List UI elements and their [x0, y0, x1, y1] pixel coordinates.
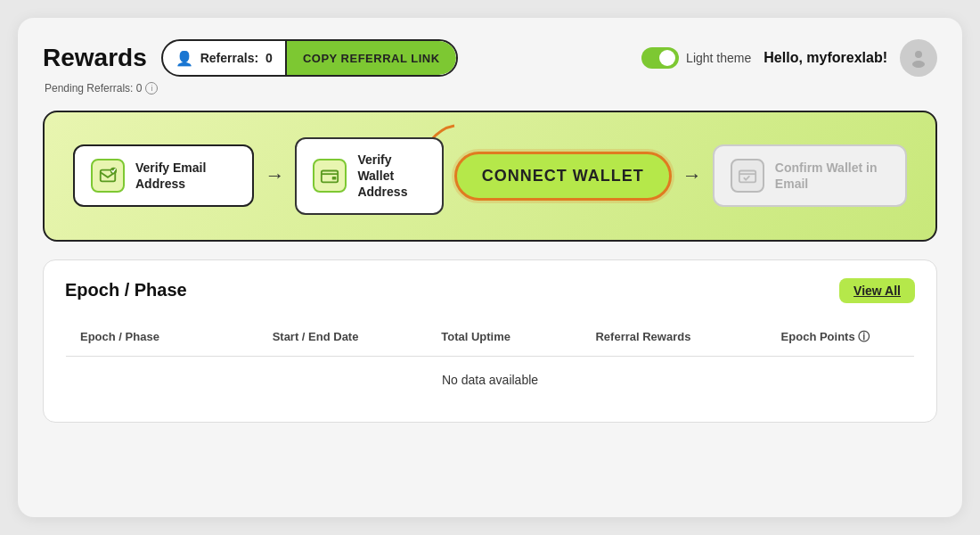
header-left: Rewards 👤 Referrals: 0 COPY REFERRAL LIN…	[43, 39, 458, 95]
header-right: Light theme Hello, myforexlab!	[641, 39, 937, 77]
arrow-2: →	[682, 164, 702, 187]
toggle-switch[interactable]	[641, 47, 679, 69]
referral-pill: 👤 Referrals: 0 COPY REFERRAL LINK	[161, 39, 458, 77]
step-middle-container: Verify Wallet Address CONNECT WALLET	[295, 137, 671, 215]
table-row: No data available	[66, 356, 915, 403]
epoch-header: Epoch / Phase View All	[65, 278, 915, 303]
svg-rect-6	[332, 177, 337, 180]
col-start-end: Start / End Date	[229, 317, 403, 356]
pending-info-icon[interactable]: i	[145, 82, 158, 95]
col-referral-rewards: Referral Rewards	[550, 317, 737, 356]
pending-referrals-text: Pending Referrals: 0	[45, 82, 142, 95]
step-confirm-wallet: Confirm Wallet in Email	[713, 144, 907, 207]
confirm-icon	[731, 159, 764, 193]
referral-count: 👤 Referrals: 0	[163, 41, 287, 75]
steps-section: Verify Email Address → Verify Wallet Add…	[43, 111, 937, 242]
avatar[interactable]	[900, 39, 937, 77]
arrow-1: →	[265, 164, 284, 187]
theme-label: Light theme	[686, 51, 751, 65]
email-icon	[91, 159, 125, 193]
wallet-icon	[313, 159, 347, 193]
page-title: Rewards	[43, 44, 147, 72]
username: myforexlab!	[806, 50, 887, 65]
greeting: Hello, myforexlab!	[764, 50, 887, 66]
step2-label: Verify Wallet Address	[357, 152, 425, 201]
person-icon: 👤	[176, 50, 193, 67]
svg-point-0	[915, 51, 922, 58]
svg-rect-5	[322, 171, 338, 183]
toggle-knob	[659, 50, 675, 66]
header: Rewards 👤 Referrals: 0 COPY REFERRAL LIN…	[43, 39, 937, 95]
step1-label: Verify Email Address	[135, 160, 236, 192]
copy-referral-button[interactable]: COPY REFERRAL LINK	[287, 41, 456, 75]
theme-toggle[interactable]: Light theme	[641, 47, 751, 69]
col-uptime: Total Uptime	[402, 317, 550, 356]
step-verify-email: Verify Email Address	[73, 144, 254, 207]
header-top-row: Rewards 👤 Referrals: 0 COPY REFERRAL LIN…	[43, 39, 458, 77]
col-epoch-phase: Epoch / Phase	[66, 317, 229, 356]
epoch-title: Epoch / Phase	[65, 280, 187, 300]
pending-referrals: Pending Referrals: 0 i	[45, 82, 458, 95]
epoch-section: Epoch / Phase View All Epoch / Phase Sta…	[43, 259, 937, 423]
main-card: Rewards 👤 Referrals: 0 COPY REFERRAL LIN…	[18, 18, 962, 517]
step3-label: Confirm Wallet in Email	[775, 160, 889, 192]
connect-wallet-button[interactable]: CONNECT WALLET	[454, 152, 672, 201]
epoch-table: Epoch / Phase Start / End Date Total Upt…	[65, 317, 915, 404]
col-epoch-points: Epoch Points ⓘ	[737, 317, 915, 356]
hello-prefix: Hello,	[764, 50, 803, 65]
svg-rect-7	[739, 171, 755, 183]
table-header-row: Epoch / Phase Start / End Date Total Upt…	[66, 317, 915, 356]
step-verify-wallet: Verify Wallet Address	[295, 137, 443, 215]
referrals-number: 0	[265, 51, 273, 65]
view-all-button[interactable]: View All	[839, 278, 915, 303]
no-data-cell: No data available	[66, 356, 915, 403]
referrals-label: Referrals:	[200, 51, 258, 65]
svg-point-1	[912, 61, 925, 68]
